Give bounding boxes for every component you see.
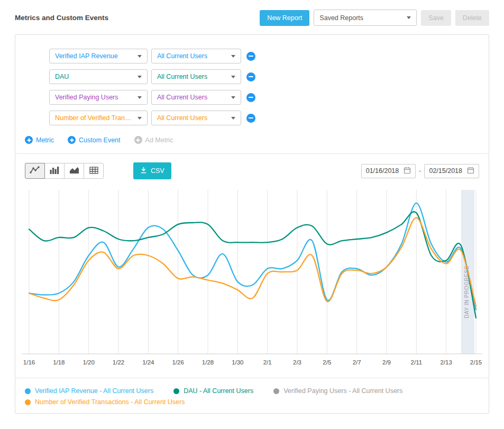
chart-type-bar-button[interactable] bbox=[44, 163, 65, 179]
series-dot-icon bbox=[273, 388, 279, 394]
segment-dropdown[interactable]: All Current Users bbox=[151, 69, 241, 84]
saved-reports-value: Saved Reports bbox=[319, 14, 363, 22]
area-chart-icon bbox=[69, 166, 79, 176]
segment-dropdown-value: All Current Users bbox=[157, 73, 207, 80]
date-range: 01/16/2018 - 02/15/2018 bbox=[361, 164, 479, 178]
chevron-down-icon bbox=[138, 96, 142, 99]
download-icon bbox=[140, 167, 147, 175]
segment-dropdown[interactable]: All Current Users bbox=[151, 111, 241, 125]
svg-text:2/7: 2/7 bbox=[353, 359, 361, 366]
legend-item[interactable]: Verified IAP Revenue - All Current Users bbox=[25, 387, 153, 395]
calendar-icon bbox=[404, 167, 411, 176]
legend-label: Number of Verified Transactions - All Cu… bbox=[35, 398, 185, 406]
svg-text:2/9: 2/9 bbox=[382, 359, 391, 366]
add-ad-metric-link[interactable]: Ad Metric bbox=[134, 136, 173, 144]
chevron-down-icon bbox=[138, 117, 142, 120]
date-to-input[interactable]: 02/15/2018 bbox=[424, 164, 479, 178]
segment-dropdown[interactable]: All Current Users bbox=[151, 49, 241, 63]
legend-label: Verified IAP Revenue - All Current Users bbox=[35, 387, 153, 395]
date-from-input[interactable]: 01/16/2018 bbox=[361, 164, 416, 178]
chart-area: DAY IN PROGRESS1/161/181/201/221/241/261… bbox=[15, 185, 489, 371]
delete-button[interactable]: Delete bbox=[455, 10, 489, 26]
bar-chart-icon bbox=[50, 166, 59, 176]
line-chart-icon bbox=[30, 166, 40, 176]
chevron-down-icon bbox=[138, 76, 142, 78]
legend-item[interactable]: Number of Verified Transactions - All Cu… bbox=[25, 398, 185, 406]
metric-row: Verified Paying Users All Current Users bbox=[49, 90, 479, 105]
metric-dropdown[interactable]: Verified Paying Users bbox=[49, 90, 148, 105]
topbar: Metrics and Custom Events New Report Sav… bbox=[15, 10, 489, 26]
chart-legend: Verified IAP Revenue - All Current Users… bbox=[15, 378, 489, 413]
add-custom-event-link[interactable]: Custom Event bbox=[68, 136, 121, 144]
svg-text:2/5: 2/5 bbox=[323, 359, 331, 366]
chart-type-group bbox=[25, 163, 104, 179]
metric-dropdown-value: Verified Paying Users bbox=[55, 94, 118, 101]
page: Metrics and Custom Events New Report Sav… bbox=[0, 0, 504, 423]
remove-metric-button[interactable] bbox=[246, 114, 255, 123]
remove-metric-button[interactable] bbox=[246, 72, 255, 81]
svg-text:1/22: 1/22 bbox=[113, 359, 124, 366]
chart-type-line-button[interactable] bbox=[25, 163, 45, 179]
chevron-down-icon bbox=[407, 16, 411, 19]
series-dot-icon bbox=[25, 388, 31, 394]
metric-row: DAU All Current Users bbox=[49, 69, 479, 84]
save-button[interactable]: Save bbox=[421, 10, 451, 26]
metric-dropdown[interactable]: Number of Verified Trans... bbox=[49, 111, 148, 125]
chart-type-table-button[interactable] bbox=[84, 163, 104, 179]
date-from-value: 01/16/2018 bbox=[366, 167, 399, 175]
svg-text:1/26: 1/26 bbox=[172, 359, 184, 366]
plus-circle-icon bbox=[134, 136, 142, 144]
metric-row: Verified IAP Revenue All Current Users bbox=[49, 49, 479, 63]
top-controls: New Report Saved Reports Save Delete bbox=[260, 10, 489, 26]
series-dot-icon bbox=[25, 399, 31, 405]
chevron-down-icon bbox=[231, 96, 235, 99]
add-metric-link[interactable]: Metric bbox=[25, 136, 54, 144]
metrics-section: Verified IAP Revenue All Current Users D… bbox=[15, 35, 489, 153]
remove-metric-button[interactable] bbox=[246, 93, 255, 102]
remove-metric-button[interactable] bbox=[246, 52, 255, 61]
svg-text:2/1: 2/1 bbox=[263, 359, 272, 366]
add-metric-label: Metric bbox=[36, 136, 54, 144]
chevron-down-icon bbox=[231, 117, 235, 120]
metric-dropdown-value: DAU bbox=[55, 73, 69, 80]
metric-row: Number of Verified Trans... All Current … bbox=[49, 111, 479, 125]
csv-download-button[interactable]: CSV bbox=[133, 162, 171, 179]
svg-text:1/20: 1/20 bbox=[83, 359, 94, 366]
chevron-down-icon bbox=[231, 55, 235, 58]
chevron-down-icon bbox=[138, 55, 142, 58]
add-row: Metric Custom Event Ad Metric bbox=[25, 136, 479, 144]
plus-circle-icon bbox=[25, 136, 33, 144]
line-chart-canvas: DAY IN PROGRESS1/161/181/201/221/241/261… bbox=[22, 187, 482, 369]
new-report-button[interactable]: New Report bbox=[260, 10, 309, 26]
svg-text:2/3: 2/3 bbox=[293, 359, 301, 366]
svg-text:1/18: 1/18 bbox=[53, 359, 65, 366]
segment-dropdown-value: All Current Users bbox=[157, 94, 207, 101]
legend-label: DAU - All Current Users bbox=[184, 387, 253, 395]
svg-text:2/11: 2/11 bbox=[411, 359, 423, 366]
series-dot-icon bbox=[173, 388, 179, 394]
segment-dropdown[interactable]: All Current Users bbox=[151, 90, 241, 105]
add-ad-metric-label: Ad Metric bbox=[145, 136, 173, 144]
report-card: Verified IAP Revenue All Current Users D… bbox=[15, 34, 489, 414]
legend-item[interactable]: DAU - All Current Users bbox=[173, 387, 253, 395]
svg-text:1/28: 1/28 bbox=[202, 359, 214, 366]
page-title: Metrics and Custom Events bbox=[15, 14, 108, 22]
saved-reports-select[interactable]: Saved Reports bbox=[314, 10, 417, 26]
table-view-icon bbox=[89, 167, 98, 176]
segment-dropdown-value: All Current Users bbox=[157, 114, 207, 122]
legend-item[interactable]: Verified Paying Users - All Current User… bbox=[273, 387, 402, 395]
add-custom-event-label: Custom Event bbox=[79, 136, 121, 144]
metric-dropdown[interactable]: Verified IAP Revenue bbox=[49, 49, 148, 63]
plus-circle-icon bbox=[68, 136, 76, 144]
metric-dropdown[interactable]: DAU bbox=[49, 69, 148, 84]
chart-toolbar: CSV 01/16/2018 - 02/15/2018 bbox=[15, 154, 489, 185]
svg-text:2/13: 2/13 bbox=[440, 359, 452, 366]
date-range-separator: - bbox=[419, 167, 421, 175]
chevron-down-icon bbox=[231, 76, 235, 78]
svg-text:2/15: 2/15 bbox=[470, 359, 482, 366]
legend-label: Verified Paying Users - All Current User… bbox=[283, 387, 402, 395]
metric-dropdown-value: Number of Verified Trans... bbox=[55, 114, 133, 122]
chart-type-area-button[interactable] bbox=[64, 163, 84, 179]
metric-dropdown-value: Verified IAP Revenue bbox=[55, 52, 118, 60]
segment-dropdown-value: All Current Users bbox=[157, 52, 207, 60]
